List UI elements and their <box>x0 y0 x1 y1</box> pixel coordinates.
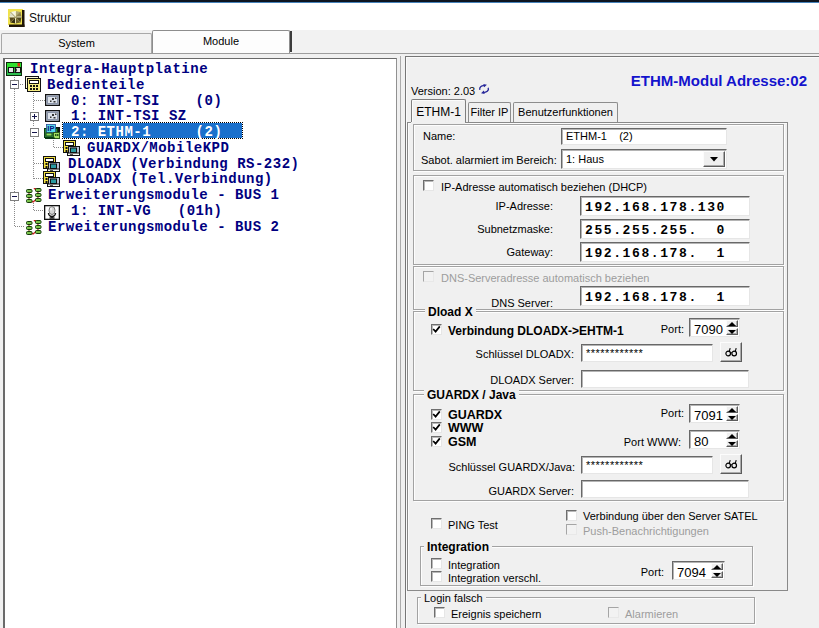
svg-text:IP: IP <box>47 124 54 133</box>
